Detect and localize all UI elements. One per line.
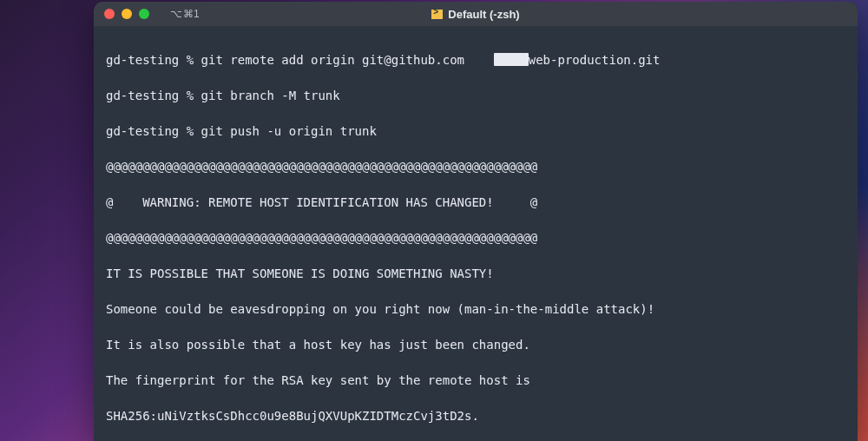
window-titlebar[interactable]: ⌥⌘1 Default (-zsh) <box>94 2 858 26</box>
terminal-output[interactable]: gd-testing % git remote add origin git@g… <box>94 26 858 441</box>
window-title-text: Default (-zsh) <box>448 8 519 21</box>
tab-shortcut-indicator: ⌥⌘1 <box>170 8 200 20</box>
command-line-2: gd-testing % git branch -M trunk <box>106 87 845 105</box>
output-line: Someone could be eavesdropping on you ri… <box>106 300 845 319</box>
output-line: It is also possible that a host key has … <box>106 336 845 354</box>
output-line: SHA256:uNiVztksCsDhcc0u9e8BujQXVUpKZIDTM… <box>106 407 845 425</box>
terminal-icon <box>431 10 443 19</box>
close-icon[interactable] <box>104 9 115 19</box>
output-line: @@@@@@@@@@@@@@@@@@@@@@@@@@@@@@@@@@@@@@@@… <box>106 229 845 247</box>
command-line-3: gd-testing % git push -u origin trunk <box>106 122 845 141</box>
output-line: IT IS POSSIBLE THAT SOMEONE IS DOING SOM… <box>106 265 845 283</box>
output-line: The fingerprint for the RSA key sent by … <box>106 372 845 390</box>
terminal-window: ⌥⌘1 Default (-zsh) gd-testing % git remo… <box>94 2 858 441</box>
window-traffic-lights <box>104 9 149 19</box>
output-line: @@@@@@@@@@@@@@@@@@@@@@@@@@@@@@@@@@@@@@@@… <box>106 158 845 176</box>
zoom-icon[interactable] <box>139 9 149 19</box>
command-line-1: gd-testing % git remote add origin git@g… <box>106 51 845 69</box>
minimize-icon[interactable] <box>122 9 132 19</box>
redacted-text <box>494 53 529 66</box>
window-title: Default (-zsh) <box>94 8 858 21</box>
output-line: @ WARNING: REMOTE HOST IDENTIFICATION HA… <box>106 194 845 212</box>
desktop-background: ⌥⌘1 Default (-zsh) gd-testing % git remo… <box>0 0 868 441</box>
